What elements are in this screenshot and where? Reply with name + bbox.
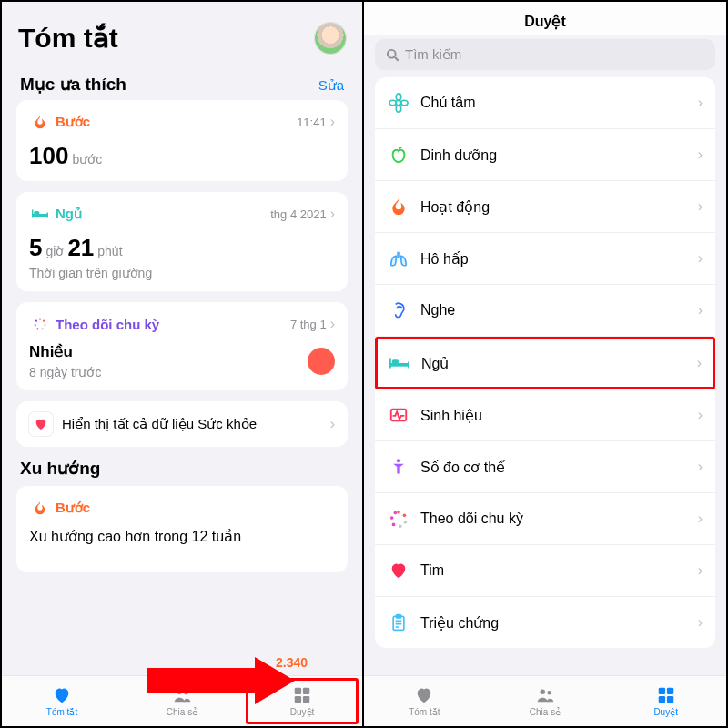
flame-icon: [29, 111, 51, 133]
svg-rect-2: [47, 213, 49, 218]
svg-rect-45: [667, 688, 673, 694]
chevron-right-icon: ›: [698, 562, 703, 579]
tab-label: Chia sẻ: [167, 707, 197, 717]
bed-icon: [389, 352, 410, 374]
card-title-label: Bước: [56, 114, 90, 130]
svg-rect-44: [658, 688, 664, 694]
list-item-mindfulness[interactable]: Chú tâm ›: [375, 77, 715, 129]
lungs-icon: [388, 248, 410, 269]
favorites-header: Mục ưa thích: [20, 74, 126, 95]
show-all-health-data[interactable]: Hiển thị tất cả dữ liệu Sức khỏe ›: [16, 401, 348, 447]
tab-browse[interactable]: Duyệt: [605, 676, 726, 726]
list-item-vitals[interactable]: Sinh hiệu ›: [375, 389, 715, 441]
svg-point-30: [397, 511, 400, 514]
svg-rect-1: [32, 210, 34, 218]
card-time: 7 thg 1: [290, 318, 327, 331]
chevron-right-icon: ›: [330, 416, 335, 432]
chevron-right-icon: ›: [698, 302, 703, 318]
list-item-body[interactable]: Số đo cơ thể ›: [375, 441, 715, 493]
chevron-right-icon: ›: [698, 407, 703, 423]
list-item-label: Hoạt động: [420, 198, 687, 216]
page-title: Duyệt: [364, 2, 726, 35]
list-item-label: Triệu chứng: [420, 614, 687, 632]
svg-rect-27: [392, 359, 399, 364]
tab-label: Chia sẻ: [530, 707, 561, 717]
list-item-label: Sinh hiệu: [420, 407, 687, 424]
tab-label: Duyệt: [290, 707, 315, 717]
svg-point-35: [390, 516, 394, 520]
chevron-right-icon: ›: [698, 95, 703, 111]
svg-point-31: [403, 514, 407, 518]
svg-rect-38: [397, 615, 401, 618]
svg-rect-25: [389, 359, 391, 369]
tab-summary[interactable]: Tóm tắt: [2, 676, 122, 726]
card-time: thg 4 2021: [270, 207, 326, 221]
search-input[interactable]: Tìm kiếm: [375, 39, 715, 70]
list-item-heart[interactable]: Tim ›: [375, 545, 715, 597]
list-item-label: Ngủ: [421, 355, 686, 372]
flame-icon: [388, 196, 410, 217]
card-time: 11:41: [297, 116, 327, 129]
tab-share[interactable]: Chia sẻ: [485, 676, 606, 726]
svg-point-22: [389, 100, 396, 106]
page-title: Tóm tắt: [18, 22, 118, 54]
list-item-hearing[interactable]: Nghe ›: [375, 285, 715, 337]
tab-bar: Tóm tắt Chia sẻ Duyệt: [364, 675, 726, 726]
list-item-label: Tim: [420, 562, 687, 579]
list-item-cycle[interactable]: Theo dõi chu kỳ ›: [375, 493, 715, 545]
chevron-right-icon: ›: [698, 250, 703, 267]
chevron-right-icon: ›: [698, 198, 703, 215]
svg-point-29: [397, 459, 400, 462]
svg-rect-16: [303, 696, 309, 703]
svg-point-20: [396, 94, 401, 100]
bed-icon: [29, 203, 51, 225]
trends-header: Xu hướng: [20, 458, 344, 479]
svg-point-17: [388, 49, 396, 57]
card-title-label: Theo dõi chu kỳ: [56, 317, 159, 332]
sleep-hours-unit: giờ: [46, 244, 64, 258]
chevron-right-icon: ›: [698, 511, 703, 527]
svg-point-36: [394, 511, 398, 515]
svg-rect-24: [389, 363, 410, 367]
flame-icon: [29, 497, 51, 519]
list-item-label: Số đo cơ thể: [420, 459, 687, 476]
svg-point-6: [44, 324, 46, 326]
svg-point-42: [541, 690, 546, 695]
show-all-label: Hiển thị tất cả dữ liệu Sức khỏe: [62, 416, 321, 432]
heart-icon: [388, 560, 410, 581]
annotation-arrow: [147, 659, 302, 704]
cycle-ago: 8 ngày trước: [29, 365, 101, 379]
avatar[interactable]: [315, 23, 346, 54]
ear-icon: [388, 299, 410, 321]
chevron-right-icon: ›: [697, 355, 702, 371]
chevron-right-icon: ›: [698, 147, 703, 163]
cycle-status: Nhiều: [29, 342, 101, 361]
list-item-label: Theo dõi chu kỳ: [420, 511, 687, 527]
heart-icon: [52, 685, 72, 705]
list-item-respiratory[interactable]: Hô hấp ›: [375, 233, 715, 285]
trend-text: Xu hướng cao hơn trong 12 tuần: [29, 528, 335, 545]
svg-rect-3: [34, 211, 39, 215]
tab-label: Tóm tắt: [409, 707, 440, 717]
list-item-symptoms[interactable]: Triệu chứng ›: [375, 597, 715, 648]
card-trend-steps[interactable]: Bước Xu hướng cao hơn trong 12 tuần: [16, 486, 348, 572]
card-sleep[interactable]: Ngủ thg 4 2021 › 5 giờ 21 phút Thời gian…: [16, 192, 348, 291]
svg-line-18: [395, 57, 399, 61]
category-list: Chú tâm › Dinh dưỡng › Hoạt động › Hô hấ…: [375, 77, 715, 648]
list-item-sleep[interactable]: Ngủ ›: [375, 337, 715, 389]
list-item-nutrition[interactable]: Dinh dưỡng ›: [375, 129, 715, 181]
svg-point-23: [401, 100, 408, 106]
tab-summary[interactable]: Tóm tắt: [364, 676, 485, 726]
card-title-label: Bước: [56, 500, 90, 516]
svg-rect-46: [658, 696, 664, 703]
card-cycle[interactable]: Theo dõi chu kỳ 7 thg 1 › Nhiều 8 ngày t…: [16, 302, 348, 390]
apple-icon: [388, 144, 410, 166]
search-icon: [386, 48, 399, 62]
heart-icon: [414, 685, 434, 705]
card-steps[interactable]: Bước 11:41 › 100 bước: [16, 100, 348, 181]
list-item-activity[interactable]: Hoạt động ›: [375, 181, 715, 233]
list-item-label: Nghe: [420, 302, 687, 318]
svg-point-10: [35, 320, 37, 322]
edit-button[interactable]: Sửa: [318, 77, 344, 94]
sleep-sub: Thời gian trên giường: [29, 266, 335, 280]
